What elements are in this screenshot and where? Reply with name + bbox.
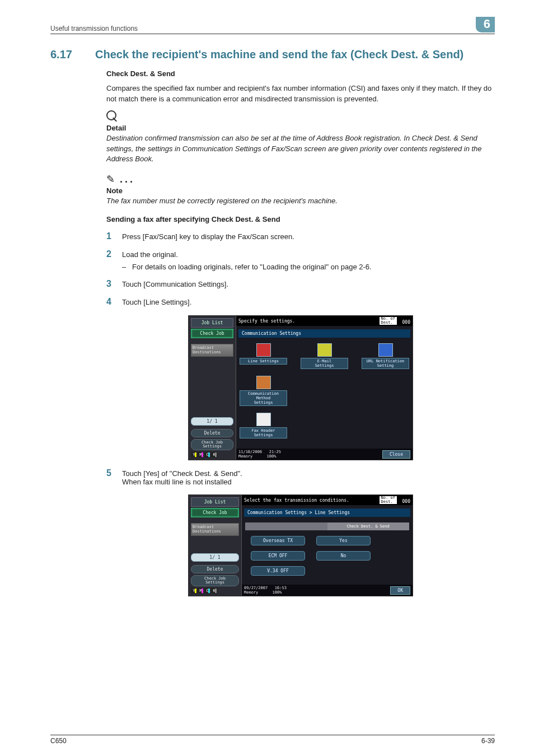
- dest-count-value-2: 000: [402, 499, 410, 504]
- check-job-tab[interactable]: Check Job: [191, 329, 233, 338]
- close-button[interactable]: Close: [382, 450, 410, 459]
- delete-button-2[interactable]: Delete: [191, 565, 239, 573]
- email-settings-icon: [317, 343, 332, 357]
- fax-header-button[interactable]: Fax Header Settings: [240, 413, 287, 438]
- section-number: 6.17: [50, 48, 95, 61]
- check-dest-subtitle: Check Dest. & Send: [106, 69, 495, 78]
- step-5-line1: Touch [Yes] of "Check Dest. & Send".: [122, 469, 495, 478]
- comm-method-icon: [256, 376, 271, 389]
- dest-count-label-2: No. of Dest.: [380, 496, 397, 504]
- page-header: Useful transmission functions 6: [50, 17, 495, 34]
- delete-button[interactable]: Delete: [191, 429, 233, 437]
- step-4-text: Touch [Line Settings].: [122, 297, 495, 307]
- ecm-off-button[interactable]: ECM OFF: [251, 551, 305, 561]
- note-icon: ✎ ...: [106, 173, 495, 185]
- yes-button[interactable]: Yes: [316, 536, 371, 545]
- toner-y-2: Y: [191, 588, 197, 594]
- column-head-blank: [245, 522, 327, 530]
- job-list-tab-2[interactable]: Job List: [191, 497, 239, 507]
- step-1-text: Press [Fax/Scan] key to display the Fax/…: [122, 231, 495, 241]
- comm-method-button[interactable]: Communication Method Settings: [240, 376, 287, 406]
- dest-count-label: No. of Dest.: [380, 317, 397, 325]
- step-number-1: 1: [106, 231, 122, 241]
- step-2-bullet-text: For details on loading originals, refer …: [132, 263, 372, 271]
- section-title: 6.17Check the recipient's machine and se…: [50, 34, 495, 61]
- toner-m-2: M: [198, 588, 204, 594]
- step-2-text: Load the original.: [122, 249, 495, 259]
- check-job-tab-2[interactable]: Check Job: [191, 508, 239, 517]
- screen2-header-bar: Communication Settings > Line Settings: [244, 508, 410, 517]
- broadcast-destinations-label-2[interactable]: Broadcast Destinations: [191, 523, 239, 536]
- detail-label: Detail: [106, 124, 495, 132]
- screen2-prompt: Select the fax transmission conditions.: [244, 498, 349, 503]
- step-number-4: 4: [106, 297, 122, 307]
- chapter-number-badge: 6: [476, 17, 495, 32]
- note-label: Note: [106, 186, 495, 195]
- device-screenshot-1: Job List Check Job Broadcast Destination…: [188, 315, 413, 460]
- broadcast-destinations-label[interactable]: Broadcast Destinations: [191, 344, 233, 357]
- no-button[interactable]: No: [316, 551, 371, 561]
- screen2-footer-datetime: 09/27/2007 16:53 Memory 100%: [244, 586, 287, 595]
- note-text: The fax number must be correctly registe…: [106, 196, 495, 207]
- bullet-dash: –: [122, 263, 132, 271]
- intro-paragraph: Compares the specified fax number and re…: [106, 83, 495, 105]
- toner-y: Y: [191, 452, 197, 458]
- toner-c: C: [204, 452, 210, 458]
- toner-k-2: K: [211, 588, 217, 594]
- running-head: Useful transmission functions: [50, 25, 138, 32]
- line-settings-icon: [256, 343, 271, 357]
- step-number-3: 3: [106, 279, 122, 289]
- step-3-text: Touch [Communication Settings].: [122, 279, 495, 289]
- url-notification-icon: [378, 343, 393, 357]
- job-list-tab[interactable]: Job List: [191, 318, 233, 328]
- toner-m: M: [198, 452, 204, 458]
- screen1-footer-datetime: 11/10/2006 21:25 Memory 100%: [238, 450, 281, 459]
- check-job-settings-button[interactable]: Check Job Settings: [191, 439, 233, 450]
- detail-text: Destination confirmed transmission can a…: [106, 133, 495, 165]
- dest-count-value: 000: [402, 320, 410, 325]
- page-counter: 1/ 1: [191, 417, 233, 426]
- fax-header-icon: [256, 413, 271, 426]
- page-footer: C650 6-39: [50, 735, 495, 745]
- step-5-line2: When fax multi line is not installed: [122, 478, 495, 486]
- magnifier-icon: [106, 110, 118, 122]
- footer-page-number: 6-39: [481, 737, 495, 745]
- sending-fax-subtitle: Sending a fax after specifying Check Des…: [106, 215, 495, 223]
- device-screenshot-2: Job List Check Job Broadcast Destination…: [188, 494, 413, 596]
- overseas-tx-button[interactable]: Overseas TX: [251, 536, 305, 545]
- v34-off-button[interactable]: V.34 OFF: [251, 566, 305, 576]
- ok-button[interactable]: OK: [390, 586, 410, 595]
- step-number-5: 5: [106, 468, 122, 486]
- screen1-header-bar: Communication Settings: [238, 329, 410, 338]
- footer-model: C650: [50, 737, 67, 745]
- toner-c-2: C: [204, 588, 210, 594]
- check-job-settings-button-2[interactable]: Check Job Settings: [191, 575, 239, 586]
- line-settings-button[interactable]: Line Settings: [240, 343, 287, 369]
- toner-k: K: [211, 452, 217, 458]
- url-notification-button[interactable]: URL Notification Setting: [362, 343, 409, 369]
- section-title-text: Check the recipient's machine and send t…: [95, 48, 463, 60]
- email-settings-button[interactable]: E-Mail Settings: [301, 343, 348, 369]
- screen1-prompt: Specify the settings.: [238, 319, 295, 324]
- page-counter-2: 1/ 1: [191, 553, 239, 562]
- step-number-2: 2: [106, 249, 122, 259]
- column-head-check-dest: Check Dest. & Send: [327, 522, 410, 530]
